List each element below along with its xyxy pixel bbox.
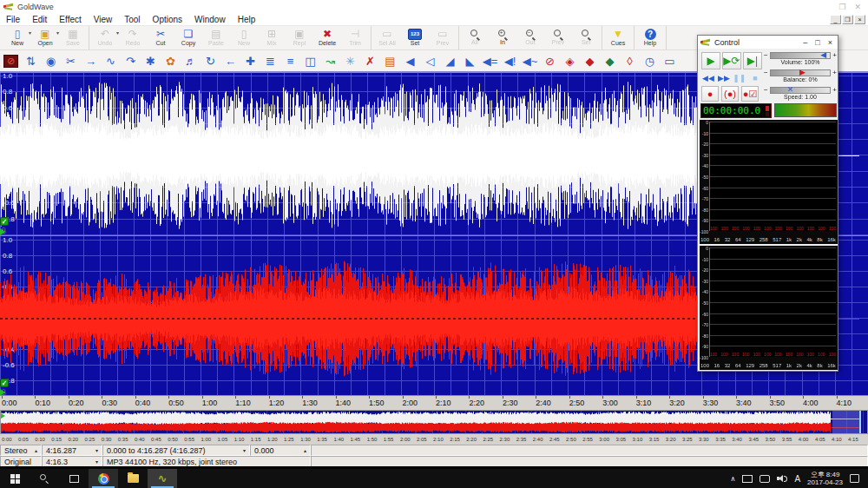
interpolate-icon[interactable]: ✿	[161, 52, 181, 69]
volume-slider[interactable]: −◀+Volume: 100%	[764, 51, 837, 69]
chrome-taskbar-icon[interactable]	[89, 469, 118, 488]
goldwave-taskbar-icon[interactable]: ∿	[148, 469, 177, 488]
undo-button[interactable]: ↶Undo▾	[91, 26, 119, 49]
shape-volume-icon[interactable]: ◀~	[520, 52, 540, 69]
copy-button[interactable]: ❏Copy	[174, 26, 202, 49]
start-button[interactable]	[0, 469, 30, 488]
control-maximize-icon[interactable]: □	[815, 38, 819, 47]
slider-decrease-button[interactable]: −	[764, 86, 768, 94]
channel-order-icon[interactable]: ⇅	[21, 52, 41, 69]
prev-button[interactable]: ▭Prev	[429, 26, 457, 49]
menu-item-tool[interactable]: Tool	[118, 13, 146, 26]
selection-range-arrow-icon[interactable]: ▾	[238, 447, 246, 453]
mix-button[interactable]: ⊞Mix	[258, 26, 286, 49]
sel-all-button[interactable]: ▭Sel All	[373, 26, 401, 49]
overview-strip[interactable]	[0, 410, 868, 434]
slider-increase-button[interactable]: +	[832, 86, 837, 94]
menu-item-edit[interactable]: Edit	[26, 13, 53, 26]
balance-slider[interactable]: −▶+Balance: 0%	[764, 69, 837, 86]
pitch-icon[interactable]: ↝	[320, 52, 340, 69]
volume-tray-icon[interactable]	[777, 475, 787, 483]
slider-decrease-button[interactable]: −	[764, 69, 768, 76]
set-button[interactable]: 123Set	[401, 26, 429, 49]
control-titlebar[interactable]: Control – □ ×	[698, 36, 838, 49]
timer-icon[interactable]: ◷	[640, 52, 660, 69]
sel-button[interactable]: Sel	[572, 26, 600, 49]
trim-button[interactable]: ⊣Trim	[341, 26, 369, 49]
slider-increase-button[interactable]: +	[832, 69, 837, 76]
open-button[interactable]: ▣Open▾	[31, 26, 59, 49]
smoother-icon[interactable]: ▤	[380, 52, 400, 69]
total-length-selector[interactable]: 4:16.287 ▾	[42, 445, 102, 456]
control-minimize-icon[interactable]: –	[803, 38, 807, 47]
ime-indicator[interactable]: A	[794, 474, 800, 484]
start-position-marker-left[interactable]	[0, 228, 5, 235]
cue-pair-icon[interactable]: ◈	[560, 52, 580, 69]
new-button[interactable]: ▯New	[230, 26, 258, 49]
slider-thumb[interactable]: ◀	[820, 50, 826, 59]
noise-reduction-icon[interactable]: ✳	[340, 52, 360, 69]
cut-button[interactable]: ✂Cut	[147, 26, 174, 49]
redo-button[interactable]: ↷Redo	[119, 26, 147, 49]
file-explorer-icon[interactable]	[118, 469, 148, 488]
in-button[interactable]: +In	[489, 26, 516, 49]
tray-display-icon[interactable]	[760, 475, 770, 483]
overview-selection-edge[interactable]	[859, 411, 861, 434]
total-length-arrow-icon[interactable]: ▾	[90, 447, 98, 453]
cue-marker-left[interactable]: ✓	[0, 217, 9, 226]
vu-monitor-icon[interactable]: ▭	[660, 52, 680, 69]
match-volume-icon[interactable]: ◀=	[480, 52, 500, 69]
doors-icon[interactable]: ◫	[300, 52, 320, 69]
offset-icon[interactable]: →	[81, 52, 101, 69]
app-close-icon[interactable]: ✕	[854, 3, 861, 11]
record-device-icon[interactable]: ⊘	[3, 55, 18, 68]
loop-play-button[interactable]: ▶⟳	[722, 52, 741, 69]
repl-button[interactable]: ▣Repl	[286, 26, 313, 49]
speed-slider[interactable]: −✕+Speed: 1.00	[764, 86, 837, 103]
equalizer-icon[interactable]: ≣	[260, 52, 280, 69]
record-options-button[interactable]: ●☑	[741, 86, 759, 102]
stop-button[interactable]: ■	[748, 72, 762, 83]
out-button[interactable]: −Out	[516, 26, 544, 49]
pause-button[interactable]: ❚❚	[733, 72, 746, 83]
slider-thumb[interactable]: ▶	[799, 68, 806, 76]
fade-out-icon[interactable]: ◣	[460, 52, 480, 69]
cues-button[interactable]: ▼Cues	[604, 26, 632, 49]
mute-icon[interactable]: ⊘	[540, 52, 560, 69]
cue-edge-icon[interactable]: ◊	[620, 52, 640, 69]
rewind-button[interactable]: ◀◀	[701, 72, 715, 83]
time-axis[interactable]: 0:000:100:200:300:400:501:001:101:201:30…	[0, 395, 868, 410]
slider-increase-button[interactable]: +	[832, 51, 837, 59]
tray-device-icon[interactable]	[742, 475, 753, 483]
menu-item-options[interactable]: Options	[147, 13, 188, 26]
slider-decrease-button[interactable]: −	[764, 51, 768, 59]
fast-forward-button[interactable]: ▶▶	[717, 72, 731, 83]
doppler-icon[interactable]: ◉	[41, 52, 61, 69]
overview-position-marker[interactable]	[1, 413, 5, 419]
cue-split-icon[interactable]: ◆	[600, 52, 620, 69]
menu-item-help[interactable]: Help	[232, 13, 262, 26]
speaker-test-icon[interactable]: ◁	[420, 52, 440, 69]
start-position-marker-right[interactable]	[0, 389, 5, 395]
document-close-button[interactable]: ×	[854, 15, 865, 24]
save-button[interactable]: ▦Save	[59, 26, 87, 49]
pop-click-icon[interactable]: ✗	[360, 52, 380, 69]
search-icon[interactable]	[30, 469, 59, 488]
document-restore-button[interactable]: ❐	[842, 15, 853, 24]
tray-chevron-icon[interactable]: ∧	[731, 475, 736, 483]
action-center-icon[interactable]	[850, 474, 859, 483]
delete-button[interactable]: ✖Delete	[313, 26, 341, 49]
new-button[interactable]: ▯New▾	[3, 26, 31, 49]
menu-item-file[interactable]: File	[0, 13, 26, 26]
position-arrow-icon[interactable]: ▴	[299, 447, 306, 453]
expression-icon[interactable]: ♬	[181, 52, 201, 69]
mechanize-icon[interactable]: ✱	[141, 52, 161, 69]
maximize-volume-icon[interactable]: ◀!	[500, 52, 520, 69]
prev-button[interactable]: Prev	[544, 26, 572, 49]
play-button[interactable]: ▶	[701, 52, 720, 69]
pan-icon[interactable]: ✚	[240, 52, 260, 69]
overview-canvas[interactable]	[1, 411, 867, 433]
play-selection-button[interactable]: ▶|	[743, 52, 762, 69]
invert-icon[interactable]: ←	[220, 52, 240, 69]
record-button[interactable]: ●	[701, 86, 719, 102]
